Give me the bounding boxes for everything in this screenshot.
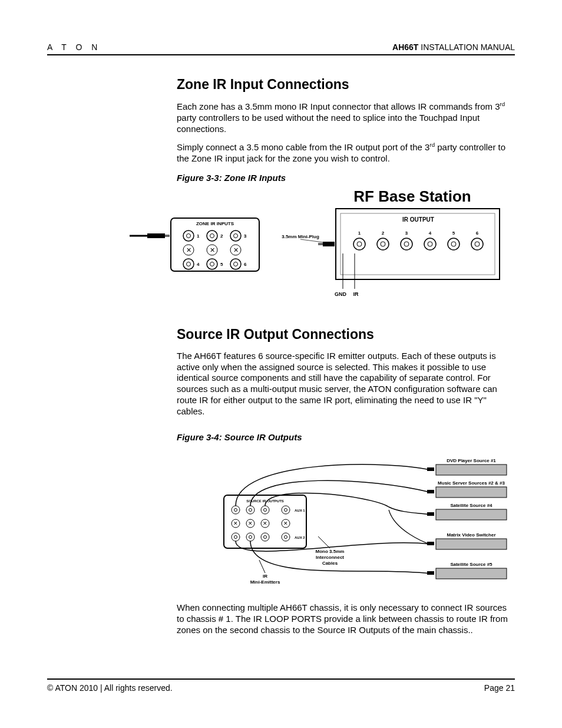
svg-point-19: [475, 242, 480, 246]
svg-point-60: [282, 506, 290, 514]
svg-point-3: [353, 238, 365, 250]
figure-3-3-caption: Figure 3-3: Zone IR Inputs: [177, 173, 515, 183]
footer-page-number: Page 21: [484, 683, 515, 693]
header-suffix: INSTALLATION MANUAL: [418, 42, 515, 52]
svg-point-13: [428, 242, 432, 246]
svg-point-61: [285, 509, 287, 512]
svg-point-29: [207, 230, 217, 241]
svg-point-59: [264, 509, 267, 512]
fig33-panel-label: ZONE IR INPUTS: [196, 221, 234, 226]
svg-text:Satellite Source #5: Satellite Source #5: [450, 562, 492, 567]
svg-point-78: [285, 536, 287, 539]
figure-3-4: SOURCE IR OUTPUTS AUX 1 ✕ ✕ ✕ ✕: [177, 448, 515, 598]
header-brand: A T O N: [47, 42, 101, 52]
svg-point-45: [210, 262, 214, 266]
svg-text:Interconnect: Interconnect: [316, 555, 344, 560]
svg-text:AUX 1: AUX 1: [295, 509, 305, 512]
svg-text:✕: ✕: [210, 246, 215, 253]
svg-text:✕: ✕: [186, 246, 191, 253]
svg-point-72: [234, 536, 237, 539]
svg-rect-91: [427, 490, 434, 493]
svg-text:1: 1: [358, 230, 361, 236]
content-column: Zone IR Input Connections Each zone has …: [177, 77, 515, 636]
svg-rect-50: [147, 233, 165, 238]
svg-point-73: [246, 533, 254, 541]
section1-para1-a: Each zone has a 3.5mm mono IR Input conn…: [177, 101, 500, 111]
svg-point-4: [357, 242, 362, 246]
section1-para1: Each zone has a 3.5mm mono IR Input conn…: [177, 101, 515, 134]
svg-text:✕: ✕: [283, 521, 288, 526]
svg-point-10: [404, 242, 409, 246]
fig33-gnd-label: GND: [335, 291, 347, 297]
svg-point-15: [448, 238, 459, 250]
section1-heading: Zone IR Input Connections: [177, 77, 515, 93]
svg-text:Satellite Source #4: Satellite Source #4: [450, 503, 492, 508]
svg-point-75: [261, 533, 269, 541]
svg-rect-21: [318, 243, 323, 245]
page-header: A T O N AH66T INSTALLATION MANUAL: [47, 42, 515, 55]
svg-rect-89: [436, 568, 507, 579]
svg-text:Mono 3.5mm: Mono 3.5mm: [316, 549, 345, 554]
section1-para2-a: Simply connect a 3.5 mono cable from the…: [177, 142, 429, 152]
svg-point-27: [187, 233, 191, 238]
svg-text:✕: ✕: [248, 521, 253, 526]
ordinal-sup: rd: [429, 141, 435, 148]
section1-para2: Simply connect a 3.5 mono cable from the…: [177, 141, 515, 164]
svg-text:IR: IR: [263, 574, 267, 579]
svg-point-6: [377, 238, 389, 250]
svg-rect-81: [436, 465, 507, 475]
svg-point-76: [264, 536, 267, 539]
svg-text:4: 4: [429, 230, 432, 236]
svg-point-56: [246, 506, 254, 514]
svg-text:6: 6: [244, 262, 247, 267]
svg-text:1: 1: [197, 233, 200, 239]
section1-para1-b: party controllers to be used without the…: [177, 113, 480, 134]
svg-text:✕: ✕: [233, 521, 238, 526]
svg-point-77: [282, 533, 290, 541]
svg-point-74: [249, 536, 252, 539]
svg-point-33: [234, 233, 238, 238]
svg-rect-83: [436, 487, 507, 498]
page: A T O N AH66T INSTALLATION MANUAL Zone I…: [0, 0, 562, 728]
svg-point-42: [187, 262, 191, 266]
svg-rect-92: [427, 512, 434, 516]
svg-rect-90: [427, 467, 434, 471]
svg-text:AUX 2: AUX 2: [295, 536, 305, 539]
svg-rect-51: [165, 235, 170, 237]
svg-point-32: [230, 230, 241, 241]
svg-point-26: [183, 230, 194, 241]
figure-3-3: RF Base Station IR OUTPUT 1 2: [118, 189, 515, 309]
svg-point-9: [401, 238, 412, 250]
svg-text:DVD Player Source #1: DVD Player Source #1: [447, 458, 496, 463]
svg-rect-87: [436, 539, 507, 549]
svg-point-41: [183, 259, 194, 269]
svg-point-57: [249, 509, 252, 512]
fig33-plug-label: 3.5mm Mini-Plug: [282, 234, 319, 239]
svg-point-54: [232, 506, 240, 514]
svg-point-55: [234, 509, 237, 512]
svg-text:Cables: Cables: [322, 561, 338, 566]
svg-point-7: [381, 242, 385, 246]
section2-para1: The AH66T features 6 source-specific IR …: [177, 351, 515, 417]
header-title: AH66T INSTALLATION MANUAL: [392, 42, 515, 52]
svg-point-12: [424, 238, 436, 250]
fig33-output-label: IR OUTPUT: [402, 216, 434, 223]
section2-para2: When connecting multiple AH66T chassis, …: [177, 602, 515, 635]
fig33-title: RF Base Station: [353, 189, 471, 205]
product-code: AH66T: [392, 42, 418, 52]
svg-rect-85: [436, 509, 507, 520]
svg-text:4: 4: [197, 262, 200, 267]
svg-text:2: 2: [382, 230, 385, 236]
svg-point-18: [471, 238, 483, 250]
svg-point-71: [232, 533, 240, 541]
svg-line-101: [259, 560, 265, 573]
svg-point-58: [261, 506, 269, 514]
svg-text:Music Server Sources #2 & #3: Music Server Sources #2 & #3: [438, 480, 505, 486]
svg-text:5: 5: [452, 230, 455, 236]
svg-rect-94: [427, 571, 434, 575]
page-footer: © ATON 2010 | All rights reserved. Page …: [47, 678, 515, 693]
svg-text:✕: ✕: [233, 246, 239, 253]
fig34-devices: DVD Player Source #1 Music Server Source…: [436, 458, 507, 579]
fig33-ir-label: IR: [353, 291, 359, 297]
svg-text:Matrix Video Switcher: Matrix Video Switcher: [447, 532, 496, 538]
